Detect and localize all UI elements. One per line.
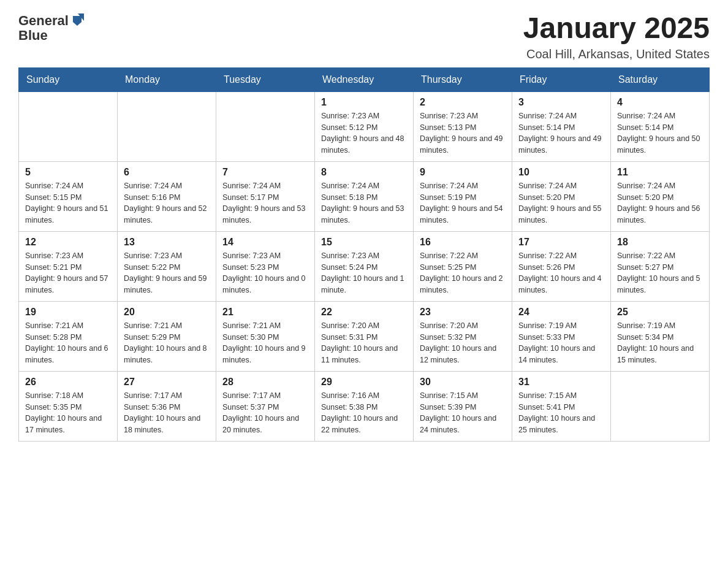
weekday-header-monday: Monday — [118, 67, 216, 91]
day-number: 5 — [25, 167, 111, 178]
day-info: Sunrise: 7:24 AM Sunset: 5:16 PM Dayligh… — [124, 180, 210, 226]
calendar-cell — [611, 371, 710, 441]
location: Coal Hill, Arkansas, United States — [523, 47, 710, 61]
calendar-cell: 14Sunrise: 7:23 AM Sunset: 5:23 PM Dayli… — [216, 231, 315, 301]
calendar-cell: 6Sunrise: 7:24 AM Sunset: 5:16 PM Daylig… — [118, 161, 216, 231]
calendar-cell: 13Sunrise: 7:23 AM Sunset: 5:22 PM Dayli… — [118, 231, 216, 301]
logo: General Blue — [18, 12, 84, 43]
day-number: 19 — [25, 307, 111, 318]
calendar-cell: 23Sunrise: 7:20 AM Sunset: 5:32 PM Dayli… — [414, 301, 512, 371]
calendar-cell: 19Sunrise: 7:21 AM Sunset: 5:28 PM Dayli… — [19, 301, 118, 371]
day-number: 20 — [124, 307, 210, 318]
day-number: 8 — [321, 167, 407, 178]
day-info: Sunrise: 7:19 AM Sunset: 5:34 PM Dayligh… — [617, 320, 703, 366]
day-info: Sunrise: 7:21 AM Sunset: 5:30 PM Dayligh… — [222, 320, 308, 366]
day-number: 25 — [617, 307, 703, 318]
page-header: General Blue January 2025 Coal Hill, Ark… — [18, 12, 710, 61]
calendar-cell: 22Sunrise: 7:20 AM Sunset: 5:31 PM Dayli… — [315, 301, 414, 371]
day-info: Sunrise: 7:23 AM Sunset: 5:24 PM Dayligh… — [321, 250, 407, 296]
day-info: Sunrise: 7:24 AM Sunset: 5:14 PM Dayligh… — [617, 110, 703, 156]
weekday-header-tuesday: Tuesday — [216, 67, 315, 91]
day-number: 4 — [617, 97, 703, 108]
calendar-cell: 9Sunrise: 7:24 AM Sunset: 5:19 PM Daylig… — [414, 161, 512, 231]
calendar-cell: 10Sunrise: 7:24 AM Sunset: 5:20 PM Dayli… — [512, 161, 611, 231]
week-row-1: 1Sunrise: 7:23 AM Sunset: 5:12 PM Daylig… — [19, 91, 710, 161]
day-info: Sunrise: 7:23 AM Sunset: 5:23 PM Dayligh… — [222, 250, 308, 296]
day-info: Sunrise: 7:24 AM Sunset: 5:17 PM Dayligh… — [222, 180, 308, 226]
logo-text-general: General — [18, 13, 69, 28]
day-info: Sunrise: 7:24 AM Sunset: 5:18 PM Dayligh… — [321, 180, 407, 226]
calendar-table: SundayMondayTuesdayWednesdayThursdayFrid… — [18, 67, 710, 442]
week-row-5: 26Sunrise: 7:18 AM Sunset: 5:35 PM Dayli… — [19, 371, 710, 441]
svg-marker-0 — [73, 16, 82, 26]
day-info: Sunrise: 7:18 AM Sunset: 5:35 PM Dayligh… — [25, 390, 111, 436]
calendar-cell: 4Sunrise: 7:24 AM Sunset: 5:14 PM Daylig… — [611, 91, 710, 161]
day-info: Sunrise: 7:24 AM Sunset: 5:15 PM Dayligh… — [25, 180, 111, 226]
day-info: Sunrise: 7:23 AM Sunset: 5:13 PM Dayligh… — [420, 110, 506, 156]
day-number: 7 — [222, 167, 308, 178]
day-info: Sunrise: 7:21 AM Sunset: 5:28 PM Dayligh… — [25, 320, 111, 366]
day-info: Sunrise: 7:20 AM Sunset: 5:32 PM Dayligh… — [420, 320, 506, 366]
logo-icon — [70, 13, 84, 27]
calendar-cell: 26Sunrise: 7:18 AM Sunset: 5:35 PM Dayli… — [19, 371, 118, 441]
calendar-cell: 29Sunrise: 7:16 AM Sunset: 5:38 PM Dayli… — [315, 371, 414, 441]
day-number: 24 — [518, 307, 604, 318]
day-info: Sunrise: 7:24 AM Sunset: 5:20 PM Dayligh… — [617, 180, 703, 226]
calendar-cell — [19, 91, 118, 161]
calendar-cell: 12Sunrise: 7:23 AM Sunset: 5:21 PM Dayli… — [19, 231, 118, 301]
day-number: 6 — [124, 167, 210, 178]
day-number: 30 — [420, 377, 506, 388]
calendar-cell: 20Sunrise: 7:21 AM Sunset: 5:29 PM Dayli… — [118, 301, 216, 371]
day-number: 27 — [124, 377, 210, 388]
day-info: Sunrise: 7:15 AM Sunset: 5:41 PM Dayligh… — [518, 390, 604, 436]
day-info: Sunrise: 7:16 AM Sunset: 5:38 PM Dayligh… — [321, 390, 407, 436]
month-title: January 2025 — [523, 12, 710, 45]
calendar-cell: 15Sunrise: 7:23 AM Sunset: 5:24 PM Dayli… — [315, 231, 414, 301]
calendar-cell: 24Sunrise: 7:19 AM Sunset: 5:33 PM Dayli… — [512, 301, 611, 371]
day-info: Sunrise: 7:17 AM Sunset: 5:36 PM Dayligh… — [124, 390, 210, 436]
weekday-header-row: SundayMondayTuesdayWednesdayThursdayFrid… — [19, 67, 710, 91]
day-info: Sunrise: 7:23 AM Sunset: 5:21 PM Dayligh… — [25, 250, 111, 296]
day-info: Sunrise: 7:17 AM Sunset: 5:37 PM Dayligh… — [222, 390, 308, 436]
day-info: Sunrise: 7:21 AM Sunset: 5:29 PM Dayligh… — [124, 320, 210, 366]
day-number: 16 — [420, 237, 506, 248]
calendar-cell: 27Sunrise: 7:17 AM Sunset: 5:36 PM Dayli… — [118, 371, 216, 441]
day-info: Sunrise: 7:22 AM Sunset: 5:26 PM Dayligh… — [518, 250, 604, 296]
day-number: 12 — [25, 237, 111, 248]
day-info: Sunrise: 7:24 AM Sunset: 5:20 PM Dayligh… — [518, 180, 604, 226]
day-number: 15 — [321, 237, 407, 248]
calendar-cell: 18Sunrise: 7:22 AM Sunset: 5:27 PM Dayli… — [611, 231, 710, 301]
day-number: 13 — [124, 237, 210, 248]
day-number: 23 — [420, 307, 506, 318]
day-number: 17 — [518, 237, 604, 248]
day-number: 11 — [617, 167, 703, 178]
day-info: Sunrise: 7:23 AM Sunset: 5:12 PM Dayligh… — [321, 110, 407, 156]
day-info: Sunrise: 7:24 AM Sunset: 5:19 PM Dayligh… — [420, 180, 506, 226]
week-row-2: 5Sunrise: 7:24 AM Sunset: 5:15 PM Daylig… — [19, 161, 710, 231]
calendar-cell: 16Sunrise: 7:22 AM Sunset: 5:25 PM Dayli… — [414, 231, 512, 301]
calendar-cell: 3Sunrise: 7:24 AM Sunset: 5:14 PM Daylig… — [512, 91, 611, 161]
day-number: 18 — [617, 237, 703, 248]
day-info: Sunrise: 7:19 AM Sunset: 5:33 PM Dayligh… — [518, 320, 604, 366]
logo-text-blue: Blue — [18, 28, 48, 43]
calendar-cell: 28Sunrise: 7:17 AM Sunset: 5:37 PM Dayli… — [216, 371, 315, 441]
day-number: 14 — [222, 237, 308, 248]
day-number: 9 — [420, 167, 506, 178]
weekday-header-sunday: Sunday — [19, 67, 118, 91]
title-block: January 2025 Coal Hill, Arkansas, United… — [523, 12, 710, 61]
day-info: Sunrise: 7:20 AM Sunset: 5:31 PM Dayligh… — [321, 320, 407, 366]
week-row-3: 12Sunrise: 7:23 AM Sunset: 5:21 PM Dayli… — [19, 231, 710, 301]
day-number: 31 — [518, 377, 604, 388]
day-number: 22 — [321, 307, 407, 318]
day-number: 10 — [518, 167, 604, 178]
calendar-cell — [216, 91, 315, 161]
day-number: 2 — [420, 97, 506, 108]
calendar-cell: 5Sunrise: 7:24 AM Sunset: 5:15 PM Daylig… — [19, 161, 118, 231]
day-info: Sunrise: 7:24 AM Sunset: 5:14 PM Dayligh… — [518, 110, 604, 156]
day-number: 3 — [518, 97, 604, 108]
calendar-cell: 7Sunrise: 7:24 AM Sunset: 5:17 PM Daylig… — [216, 161, 315, 231]
day-info: Sunrise: 7:15 AM Sunset: 5:39 PM Dayligh… — [420, 390, 506, 436]
calendar-cell: 11Sunrise: 7:24 AM Sunset: 5:20 PM Dayli… — [611, 161, 710, 231]
weekday-header-wednesday: Wednesday — [315, 67, 414, 91]
calendar-cell: 2Sunrise: 7:23 AM Sunset: 5:13 PM Daylig… — [414, 91, 512, 161]
